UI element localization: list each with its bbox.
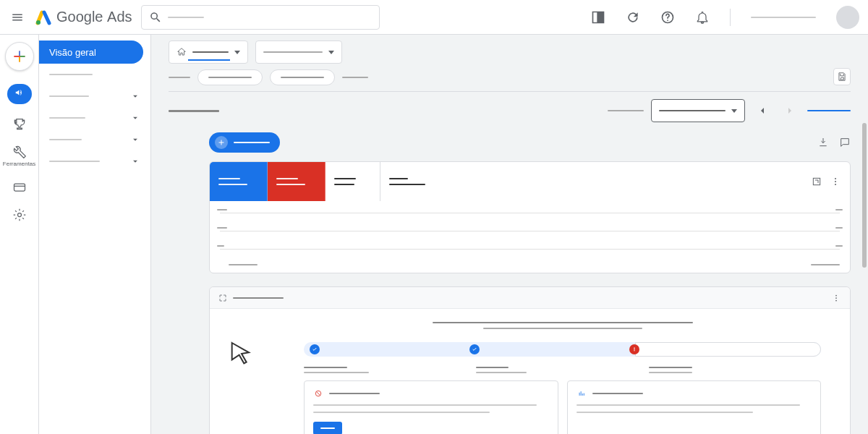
card-title: [592, 393, 643, 394]
metric-label: [334, 178, 356, 179]
step-labels: [304, 367, 821, 373]
appearance-icon[interactable]: [591, 10, 605, 25]
recommendation-cards: [304, 380, 821, 434]
notifications-icon[interactable]: [695, 10, 710, 25]
metric-value: [276, 184, 305, 185]
metric-value: [218, 184, 247, 185]
sidenav-item[interactable]: [39, 64, 150, 85]
sidenav-item-overview[interactable]: Visão geral: [39, 41, 143, 64]
card-icon: [12, 180, 27, 195]
sidenav-item-label: [49, 161, 100, 162]
svg-rect-1: [599, 12, 604, 22]
step-label: [476, 367, 509, 368]
step-complete-icon: [469, 344, 480, 354]
subheadline: [483, 328, 642, 329]
svg-point-8: [835, 181, 836, 182]
dropdown-value: [192, 51, 229, 53]
card-text: [576, 412, 753, 413]
feedback-icon[interactable]: [839, 137, 851, 148]
card-text: [313, 412, 490, 413]
new-campaign-button[interactable]: [209, 132, 280, 153]
rail-campaigns[interactable]: [7, 84, 33, 104]
metrics-card: [209, 161, 851, 273]
sidenav-item-label: Visão geral: [49, 47, 96, 58]
save-icon: [837, 72, 847, 82]
campaign-scope-dropdown[interactable]: [255, 41, 342, 64]
sidenav-item-label: [49, 95, 89, 97]
rail-admin[interactable]: [7, 208, 33, 222]
divider: [169, 91, 851, 92]
account-scope-dropdown[interactable]: [169, 41, 248, 64]
sidenav-item-label: [49, 74, 93, 75]
chevron-down-icon: [130, 113, 140, 123]
fullscreen-icon[interactable]: [218, 294, 227, 302]
filter-label: [169, 77, 190, 78]
scrollbar-thumb[interactable]: [862, 123, 867, 268]
svg-point-3: [667, 20, 668, 21]
product-logo[interactable]: Google Ads: [35, 9, 132, 26]
download-icon[interactable]: [817, 137, 829, 148]
svg-point-7: [835, 178, 836, 179]
rail-billing[interactable]: [7, 180, 33, 195]
expand-icon[interactable]: [811, 176, 822, 187]
create-button[interactable]: [5, 42, 34, 71]
filter-row: [169, 69, 851, 85]
gridline: [220, 249, 840, 250]
chevron-right-icon: [784, 105, 796, 116]
gridline: [220, 213, 840, 213]
chart-footer: [210, 263, 850, 273]
metric-tab[interactable]: [210, 162, 268, 201]
recommendation-card[interactable]: [304, 380, 558, 434]
metric-value: [389, 184, 425, 185]
step-sublabel: [476, 372, 527, 373]
rail-tools-label: Ferramentas: [3, 161, 35, 167]
cursor-icon: [227, 339, 256, 368]
warning-icon: [313, 388, 323, 399]
search-input[interactable]: [141, 5, 380, 30]
metric-label: [218, 178, 240, 179]
chevron-down-icon: [234, 51, 240, 54]
chart-icon: [576, 388, 587, 399]
button-label: [234, 142, 270, 143]
sidenav-item[interactable]: [39, 150, 150, 172]
avatar[interactable]: [836, 6, 859, 29]
metric-value: [334, 184, 354, 185]
recommendation-card[interactable]: [567, 380, 822, 434]
refresh-icon[interactable]: [626, 10, 640, 25]
hamburger-menu-button[interactable]: [9, 9, 26, 26]
metric-tab[interactable]: [268, 162, 326, 201]
metric-tab[interactable]: [380, 162, 440, 201]
rail-goals[interactable]: [7, 117, 33, 132]
scope-toolbar: [169, 41, 851, 64]
step-sublabel: [649, 372, 692, 373]
card-title: [233, 297, 284, 299]
prev-period-button[interactable]: [752, 101, 773, 121]
filter-chip[interactable]: [197, 69, 263, 85]
rail-tools[interactable]: Ferramentas: [7, 145, 33, 167]
account-name[interactable]: [751, 17, 816, 18]
more-icon[interactable]: [830, 176, 841, 187]
next-period-button[interactable]: [780, 101, 800, 121]
metric-tabs: [210, 162, 850, 201]
save-icon-button[interactable]: [833, 68, 851, 85]
sidenav-item[interactable]: [39, 107, 150, 129]
date-label: [608, 110, 644, 111]
help-icon[interactable]: [660, 10, 675, 25]
more-icon[interactable]: [831, 293, 841, 303]
button-label: [320, 427, 335, 429]
metric-label: [276, 178, 298, 179]
sidenav-item[interactable]: [39, 129, 150, 150]
sidenav-item[interactable]: [39, 85, 150, 107]
filter-chip[interactable]: [270, 69, 335, 85]
chevron-down-icon: [731, 109, 737, 113]
plus-icon: [215, 136, 228, 149]
date-range-row: [169, 99, 851, 122]
card-action-button[interactable]: [313, 422, 342, 434]
metric-tab[interactable]: [326, 162, 380, 201]
svg-point-9: [835, 184, 836, 185]
chevron-left-icon: [757, 105, 768, 116]
main-content: [151, 35, 868, 434]
card-body: [210, 309, 850, 434]
card-text: [313, 404, 537, 406]
date-range-dropdown[interactable]: [651, 99, 745, 122]
